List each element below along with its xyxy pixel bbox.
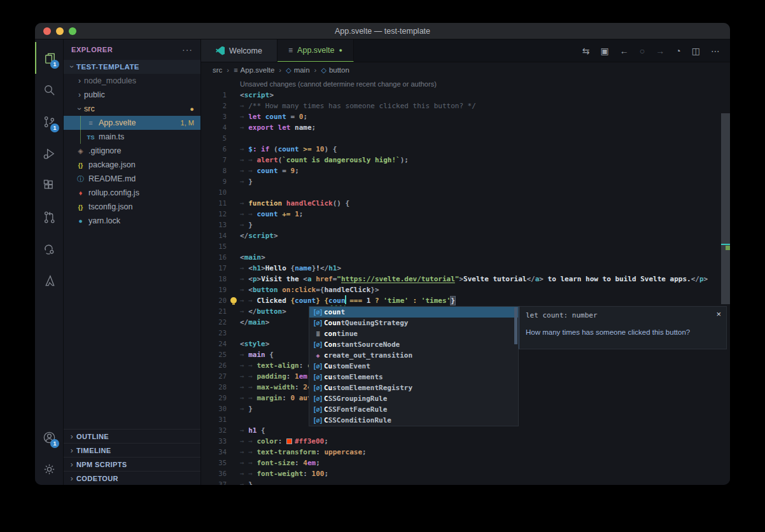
suggestion-create_out_transition[interactable]: ◈create_out_transition [309,350,518,361]
suggestion-continue[interactable]: ≣continue [309,328,518,339]
suggestion-customevent[interactable]: [∅]CustomEvent [309,361,518,372]
activity-live-share-icon[interactable] [35,233,63,265]
json-file-icon: {} [75,204,86,211]
tab-app-svelte[interactable]: ≡App.svelte● [277,39,354,62]
overview-git-mark [726,246,730,250]
open-changes-icon[interactable]: ⇆ [582,46,590,56]
symbol-module-icon: ◈ [311,352,324,359]
code-line: 8→ → count = 9; [201,165,730,176]
tree-item-rollup-config-js[interactable]: ♦rollup.config.js [64,186,200,200]
navigate-status-icon[interactable]: ○ [640,46,645,56]
symbol-variable-icon: [∅] [311,384,324,391]
activity-source-control-icon[interactable]: 1 [35,106,63,137]
activity-run-debug-icon[interactable] [35,137,63,169]
activity-explorer-icon[interactable]: 1 [35,42,63,74]
window-title: App.svelte — test-template [35,27,730,36]
open-preview-icon[interactable]: ▣ [601,46,609,56]
breadcrumb: src›≡App.svelte›◇main›◇button [201,62,730,78]
panel-npm-scripts[interactable]: ›NPM SCRIPTS [64,457,200,471]
activity-settings-icon[interactable] [35,453,63,485]
suggestion-scrollbar[interactable] [514,307,517,344]
tree-item-node-modules[interactable]: ›node_modules [64,74,200,88]
suggestion-label: ConstantSourceNode [324,340,400,349]
split-editor-icon[interactable]: ◫ [692,46,700,56]
code-line: 20→ → Clicked {count} {coun === 1 ? 'tim… [201,295,730,306]
tab-bar: Welcome≡App.svelte●⇆▣←○→◔◫⋯ [201,39,730,62]
tree-item-app-svelte[interactable]: ≡App.svelte1, M [64,116,200,130]
breadcrumb-item-main[interactable]: main [294,66,310,74]
git-status-badge: ● [190,105,194,113]
tree-item-tsconfig-json[interactable]: {}tsconfig.json [64,200,200,214]
explorer-badge: 1 [50,60,59,69]
tree-item-src[interactable]: ›src● [64,102,200,116]
navigate-forward-icon[interactable]: → [656,46,664,56]
project-root-row[interactable]: › TEST-TEMPLATE [64,60,200,74]
tree-item-yarn-lock[interactable]: ●yarn.lock [64,214,200,228]
editor-scrollbar[interactable] [721,113,730,304]
chevron-down-icon: › [67,62,76,71]
file-tree: ›node_modules›public›src●≡App.svelte1, M… [64,74,200,228]
tree-item-readme-md[interactable]: ⓘREADME.md [64,172,200,186]
explorer-more-actions-icon[interactable]: ··· [182,45,193,55]
breadcrumb-separator: › [314,66,317,74]
suggestion-customelements[interactable]: [∅]customElements [309,372,518,382]
activity-github-pull-requests-icon[interactable] [35,201,63,233]
panel-label: NPM SCRIPTS [76,461,127,468]
color-swatch [286,438,292,444]
line-number: 24 [201,339,227,349]
navigate-back-icon[interactable]: ← [620,46,629,56]
suggestion-label: customElements [324,373,383,381]
breadcrumb-item-app-svelte[interactable]: App.svelte [241,66,275,74]
activity-azure-icon[interactable] [35,265,63,297]
chevron-right-icon: › [75,76,84,85]
line-number: 5 [201,133,227,144]
line-number: 36 [201,468,227,479]
close-icon[interactable]: × [716,309,721,319]
line-number [201,79,227,90]
breadcrumb-item-button[interactable]: button [329,66,349,74]
chevron-right-icon: › [67,474,76,483]
line-number: 35 [201,458,227,468]
line-number: 23 [201,328,227,339]
suggestion-customelementregistry[interactable]: [∅]CustomElementRegistry [309,382,518,393]
lightbulb-icon[interactable] [230,297,237,304]
suggestion-count[interactable]: [∅]count [309,307,518,318]
code-line: 9→ } [201,176,730,187]
tree-item-package-json[interactable]: {}package.json [64,158,200,172]
suggestion-constantsourcenode[interactable]: [∅]ConstantSourceNode [309,339,518,350]
tree-item--gitignore[interactable]: ◈.gitignore [64,144,200,158]
line-number: 25 [201,349,227,360]
breadcrumb-item-src[interactable]: src [213,66,222,74]
activity-account-icon[interactable]: 1 [35,421,63,453]
symbol-icon: ◇ [286,66,291,74]
panel-outline[interactable]: ›OUTLINE [64,429,200,443]
suggestion-cssfontfacerule[interactable]: [∅]CSSFontFaceRule [309,404,518,415]
code-line: 32→ h1 { [201,425,730,436]
symbol-variable-icon: [∅] [311,374,324,381]
tab-welcome[interactable]: Welcome [201,39,277,62]
line-number: 14 [201,230,227,241]
line-number: 8 [201,165,227,176]
gitlens-heatmap-icon[interactable]: ◔ [675,46,680,56]
suggestion-doc: How many times has someone clicked this … [526,328,720,336]
activity-extensions-icon[interactable] [35,169,63,201]
tree-item-public[interactable]: ›public [64,88,200,102]
suggestion-cssgroupingrule[interactable]: [∅]CSSGroupingRule [309,393,518,404]
tree-item-main-ts[interactable]: TSmain.ts [64,130,200,144]
code-line: 33→ → color: #ff3e00; [201,436,730,447]
activity-search-icon[interactable] [35,74,63,106]
suggestion-cssconditionrule[interactable]: [∅]CSSConditionRule [309,415,518,426]
code-line: 5 [201,133,730,144]
yarn-file-icon: ● [75,217,86,225]
suggestion-label: continue [324,330,358,338]
more-actions-icon[interactable]: ⋯ [711,46,720,56]
line-number: 13 [201,220,227,230]
panel-timeline[interactable]: ›TIMELINE [64,443,200,457]
line-number: 37 [201,479,227,485]
panel-codetour[interactable]: ›CODETOUR [64,471,200,485]
editor-area: Welcome≡App.svelte●⇆▣←○→◔◫⋯ src›≡App.sve… [201,39,730,485]
suggestion-countqueuingstrategy[interactable]: [∅]CountQueuingStrategy [309,318,518,328]
tree-item-label: README.md [88,174,136,183]
code-line: 4→ export let name; [201,122,730,133]
json-file-icon: {} [75,162,86,169]
